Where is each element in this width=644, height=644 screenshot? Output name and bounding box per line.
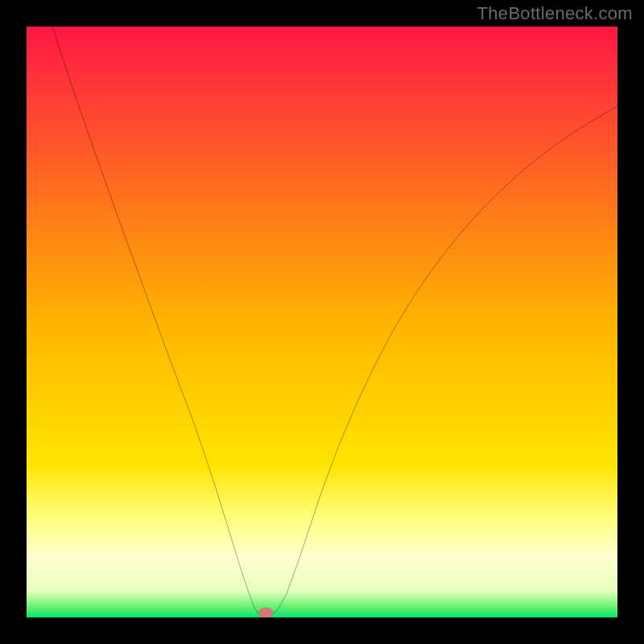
- bottleneck-chart-svg: [27, 27, 617, 617]
- plot-area: [27, 27, 617, 617]
- chart-frame: TheBottleneck.com: [0, 0, 644, 644]
- gradient-background: [27, 27, 617, 617]
- watermark-text: TheBottleneck.com: [477, 3, 633, 24]
